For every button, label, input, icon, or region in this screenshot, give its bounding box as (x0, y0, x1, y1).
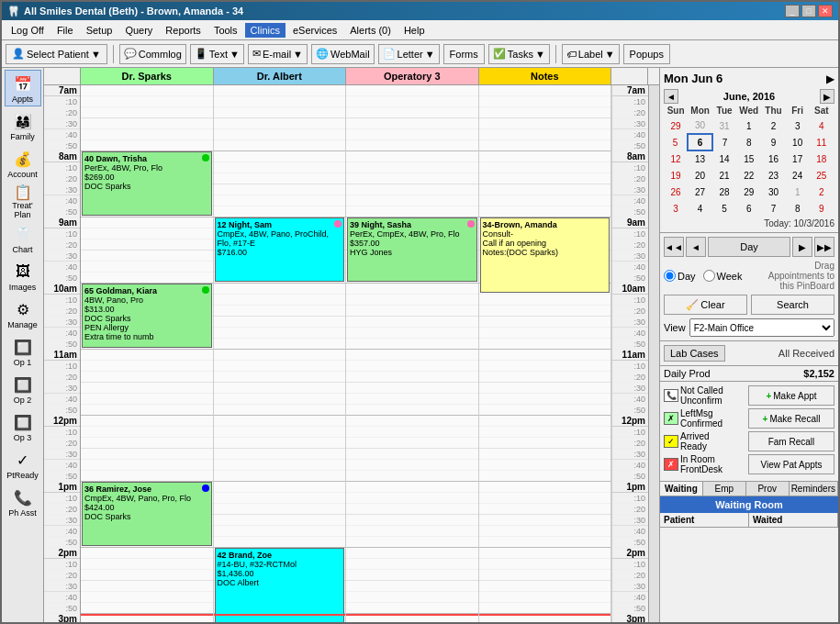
select-patient-button[interactable]: 👤 Select Patient ▼ (6, 44, 107, 64)
provider-col-op3[interactable]: 39 Night, SashaPerEx, CmpEx, 4BW, Pro, F… (346, 85, 479, 622)
text-button[interactable]: 📱 Text ▼ (190, 44, 244, 64)
cal-day[interactable]: 24 (786, 167, 810, 184)
cal-day[interactable]: 21 (712, 167, 736, 184)
sidebar-item-ptready[interactable]: ✓ PtReady (5, 446, 41, 483)
cal-day[interactable]: 1 (736, 117, 761, 134)
minimize-button[interactable]: _ (785, 5, 800, 17)
cal-day[interactable]: 3 (664, 200, 688, 217)
lab-cases-button[interactable]: Lab Cases (664, 345, 725, 362)
cal-day[interactable]: 30 (761, 184, 785, 200)
menu-logoff[interactable]: Log Off (6, 23, 50, 38)
cal-day[interactable]: 2 (810, 184, 834, 200)
close-button[interactable]: ✕ (818, 5, 833, 17)
sidebar-item-images[interactable]: 🖼 Images (5, 258, 41, 295)
view-pat-appts-button[interactable]: View Pat Appts (748, 454, 834, 474)
sidebar-item-account[interactable]: 💰 Account (5, 145, 41, 182)
cal-day[interactable]: 7 (761, 200, 785, 217)
menu-query[interactable]: Query (119, 23, 158, 38)
schedule-body[interactable]: 7am:10:20:30:40:508am:10:20:30:40:509am:… (44, 85, 659, 622)
tab-prov[interactable]: Prov (746, 482, 790, 496)
provider-col-albert[interactable]: 12 Night, SamCmpEx, 4BW, Pano, ProChild,… (214, 85, 347, 622)
cal-day[interactable]: 9 (761, 134, 785, 150)
clear-button[interactable]: 🧹 Clear (664, 295, 747, 315)
cal-day[interactable]: 5 (712, 200, 736, 217)
view-radio-week[interactable]: Week (703, 270, 743, 282)
cal-day[interactable]: 12 (664, 150, 688, 167)
appointment-block[interactable]: 36 Ramirez, JoseCmpEx, 4BW, Pano, Pro, F… (82, 482, 212, 546)
nav-next-btn[interactable]: ▶ (792, 237, 812, 257)
appointment-block[interactable]: 40 Dawn, TrishaPerEx, 4BW, Pro, Flo$269.… (82, 151, 212, 216)
make-appt-button[interactable]: + Make Appt (748, 385, 834, 406)
make-recall-button[interactable]: + Make Recall (748, 408, 834, 429)
sidebar-item-treat-plan[interactable]: 📋 Treat'Plan (5, 183, 41, 219)
sidebar-item-chart[interactable]: 🦷 Chart (5, 220, 41, 257)
menu-file[interactable]: File (51, 23, 79, 38)
cal-day[interactable]: 28 (712, 184, 736, 200)
cal-day[interactable]: 23 (761, 167, 785, 184)
sidebar-item-family[interactable]: 👨‍👩‍👧 Family (5, 107, 41, 144)
appointment-block[interactable]: 65 Goldman, Kiara4BW, Pano, Pro$313.00DO… (82, 284, 212, 348)
cal-day[interactable]: 17 (786, 150, 810, 167)
search-button[interactable]: Search (751, 295, 834, 315)
tab-waiting[interactable]: Waiting (660, 482, 703, 496)
today-button[interactable]: Day (708, 237, 790, 257)
cal-day[interactable]: 8 (786, 200, 810, 217)
sidebar-item-appts[interactable]: 📅 Appts (5, 70, 41, 106)
cal-day[interactable]: 4 (810, 117, 834, 134)
cal-day[interactable]: 20 (688, 167, 712, 184)
sidebar-item-op1[interactable]: 🔲 Op 1 (5, 333, 41, 370)
forms-button[interactable]: Forms (443, 44, 485, 64)
sidebar-item-manage[interactable]: ⚙ Manage (5, 295, 41, 332)
cal-day[interactable]: 18 (810, 150, 834, 167)
appointment-block[interactable]: 12 Night, SamCmpEx, 4BW, Pano, ProChild,… (215, 217, 345, 282)
menu-eservices[interactable]: eServices (287, 23, 342, 38)
tasks-button[interactable]: ✅ Tasks ▼ (488, 44, 550, 64)
cal-day[interactable]: 8 (736, 134, 761, 150)
cal-day[interactable]: 11 (810, 134, 834, 150)
cal-day[interactable]: 9 (810, 200, 834, 217)
menu-setup[interactable]: Setup (81, 23, 118, 38)
menu-alerts[interactable]: Alerts (0) (344, 23, 397, 38)
nav-first-btn[interactable]: ◄◄ (664, 237, 684, 257)
scrollbar[interactable] (648, 85, 659, 622)
restore-button[interactable]: □ (801, 5, 816, 17)
cal-day[interactable]: 1 (786, 184, 810, 200)
nav-prev-btn[interactable]: ◄ (686, 237, 706, 257)
cal-day[interactable]: 30 (688, 117, 712, 134)
provider-col-sparks[interactable]: 40 Dawn, TrishaPerEx, 4BW, Pro, Flo$269.… (81, 85, 214, 622)
appointment-block[interactable]: 39 Night, SashaPerEx, CmpEx, 4BW, Pro, F… (347, 217, 477, 282)
cal-day[interactable]: 14 (712, 150, 736, 167)
cal-day[interactable]: 6 (736, 200, 761, 217)
cal-day[interactable]: 19 (664, 167, 688, 184)
cal-next-month[interactable]: ▶ (820, 89, 834, 104)
cal-day[interactable]: 29 (736, 184, 761, 200)
cal-day[interactable]: 10 (786, 134, 810, 150)
cal-day[interactable]: 25 (810, 167, 834, 184)
cal-day[interactable]: 26 (664, 184, 688, 200)
fam-recall-button[interactable]: Fam Recall (748, 431, 834, 451)
cal-day[interactable]: 5 (664, 134, 688, 150)
view-select[interactable]: F2-Main Office (689, 318, 834, 337)
sidebar-item-phasst[interactable]: 📞 Ph Asst (5, 484, 41, 520)
cal-forward-btn[interactable]: ▶ (826, 72, 834, 85)
provider-col-notes[interactable]: 34-Brown, AmandaConsult-Call if an openi… (479, 85, 612, 622)
tab-emp[interactable]: Emp (703, 482, 746, 496)
cal-day[interactable]: 15 (736, 150, 761, 167)
cal-day[interactable]: 2 (761, 117, 785, 134)
cal-day[interactable]: 22 (736, 167, 761, 184)
cal-day-selected[interactable]: 6 (688, 134, 712, 150)
menu-help[interactable]: Help (398, 23, 431, 38)
cal-day[interactable]: 27 (688, 184, 712, 200)
appointment-block[interactable]: 34-Brown, AmandaConsult-Call if an openi… (480, 217, 610, 293)
commlog-button[interactable]: 💬 Commlog (119, 44, 186, 64)
cal-day[interactable]: 7 (712, 134, 736, 150)
popups-button[interactable]: Popups (623, 44, 670, 64)
webmail-button[interactable]: 🌐 WebMail (311, 44, 375, 64)
view-radio-day[interactable]: Day (664, 270, 696, 282)
cal-day[interactable]: 16 (761, 150, 785, 167)
menu-tools[interactable]: Tools (208, 23, 243, 38)
cal-day[interactable]: 29 (664, 117, 688, 134)
menu-reports[interactable]: Reports (160, 23, 207, 38)
sidebar-item-op3[interactable]: 🔲 Op 3 (5, 408, 41, 445)
appointment-block[interactable]: 42 Brand, Zoe#14-BU, #32-RCTMol$1,436.00… (215, 548, 345, 622)
